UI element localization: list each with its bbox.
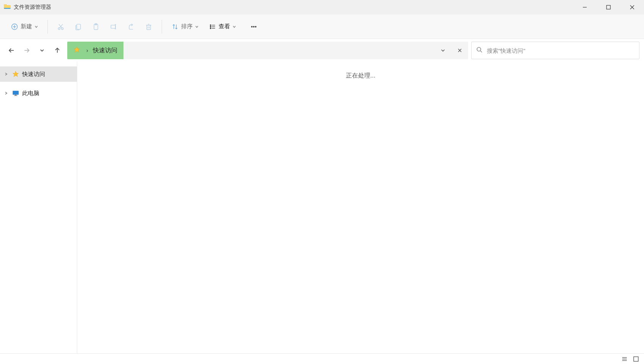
sort-button[interactable]: 排序 — [167, 18, 203, 35]
svg-rect-12 — [77, 24, 81, 29]
history-dropdown-button[interactable] — [35, 43, 49, 58]
sidebar-item-label: 快速访问 — [22, 71, 45, 78]
delete-button[interactable] — [141, 18, 156, 35]
titlebar: 文件资源管理器 — [0, 0, 644, 15]
svg-rect-19 — [147, 25, 151, 29]
close-button[interactable] — [620, 0, 644, 15]
monitor-icon — [11, 90, 20, 97]
minimize-button[interactable] — [573, 0, 597, 15]
rename-button[interactable] — [106, 18, 121, 35]
paste-button[interactable] — [88, 18, 104, 35]
svg-point-41 — [477, 47, 481, 51]
nav-arrows — [5, 43, 64, 58]
search-icon — [476, 47, 482, 54]
svg-point-32 — [251, 26, 253, 27]
toolbar-divider — [47, 20, 48, 34]
svg-rect-15 — [111, 25, 115, 28]
view-details-button[interactable] — [620, 355, 629, 363]
svg-point-30 — [210, 28, 211, 29]
star-icon — [11, 71, 20, 78]
svg-rect-44 — [13, 91, 19, 95]
forward-button[interactable] — [20, 43, 34, 58]
address-current-segment[interactable]: › 快速访问 — [67, 42, 123, 59]
address-current-label: 快速访问 — [93, 47, 117, 55]
svg-point-9 — [62, 28, 63, 29]
svg-marker-43 — [13, 71, 19, 77]
svg-point-8 — [58, 28, 60, 29]
window-title: 文件资源管理器 — [14, 4, 51, 11]
star-icon — [73, 46, 80, 55]
svg-rect-0 — [4, 8, 11, 9]
content-area: 正在处理... — [77, 62, 644, 353]
svg-rect-46 — [14, 95, 18, 96]
address-bar[interactable]: › 快速访问 — [67, 42, 468, 59]
cut-button[interactable] — [53, 18, 68, 35]
breadcrumb-separator-icon: › — [84, 47, 89, 53]
sidebar: 快速访问 此电脑 — [0, 62, 77, 353]
view-button[interactable]: 查看 — [205, 18, 240, 35]
back-button[interactable] — [5, 43, 18, 58]
expand-icon[interactable] — [3, 91, 9, 95]
expand-icon[interactable] — [3, 72, 9, 76]
sort-button-label: 排序 — [181, 23, 193, 30]
svg-rect-2 — [607, 5, 610, 9]
search-box[interactable] — [471, 42, 639, 59]
more-button[interactable] — [246, 18, 261, 35]
view-thumbnails-button[interactable] — [631, 355, 641, 363]
svg-marker-38 — [74, 47, 80, 52]
toolbar-divider — [162, 20, 162, 34]
svg-rect-50 — [634, 357, 638, 361]
search-input[interactable] — [487, 47, 634, 54]
svg-point-26 — [210, 24, 211, 26]
sidebar-item-label: 此电脑 — [22, 90, 39, 97]
copy-button[interactable] — [71, 18, 86, 35]
share-button[interactable] — [123, 18, 139, 35]
svg-rect-45 — [15, 95, 17, 95]
svg-line-42 — [480, 51, 482, 52]
window-controls — [573, 0, 644, 15]
new-button[interactable]: 新建 — [7, 18, 42, 35]
status-bar — [0, 353, 644, 364]
titlebar-left: 文件资源管理器 — [4, 3, 51, 11]
toolbar: 新建 排序 查看 — [0, 15, 644, 39]
view-button-label: 查看 — [219, 23, 230, 30]
processing-status: 正在处理... — [346, 72, 375, 353]
address-clear-button[interactable] — [451, 42, 468, 59]
up-button[interactable] — [50, 43, 64, 58]
address-dropdown-button[interactable] — [435, 42, 451, 59]
maximize-button[interactable] — [597, 0, 620, 15]
navbar: › 快速访问 — [0, 39, 644, 62]
new-button-label: 新建 — [21, 23, 32, 30]
app-folder-icon — [4, 3, 11, 11]
svg-point-34 — [255, 26, 256, 27]
sidebar-item-quick-access[interactable]: 快速访问 — [0, 66, 77, 82]
svg-point-28 — [210, 26, 211, 27]
sidebar-item-this-pc[interactable]: 此电脑 — [0, 86, 77, 101]
body: 快速访问 此电脑 正在处理... — [0, 62, 644, 353]
svg-point-33 — [253, 26, 255, 27]
